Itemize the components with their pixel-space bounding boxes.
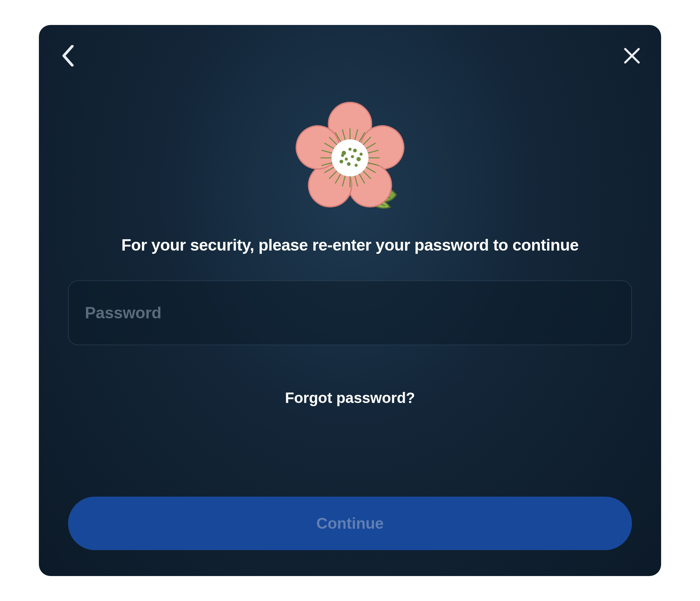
back-button[interactable] <box>58 46 78 66</box>
svg-point-31 <box>331 139 369 176</box>
close-button[interactable] <box>622 46 642 66</box>
continue-button[interactable]: Continue <box>68 497 632 550</box>
avatar-container <box>58 96 642 219</box>
close-icon <box>624 47 640 64</box>
top-bar <box>58 44 642 67</box>
svg-point-37 <box>351 155 354 158</box>
forgot-password-link[interactable]: Forgot password? <box>285 389 415 407</box>
chevron-left-icon <box>61 45 75 67</box>
svg-point-39 <box>354 164 358 167</box>
svg-point-38 <box>345 158 348 161</box>
svg-point-36 <box>340 160 343 163</box>
svg-point-34 <box>356 157 361 161</box>
password-confirm-dialog: For your security, please re-enter your … <box>39 25 661 576</box>
svg-point-40 <box>341 154 344 157</box>
avatar <box>289 96 411 219</box>
svg-point-42 <box>359 153 362 156</box>
flower-icon <box>289 96 411 219</box>
password-input[interactable] <box>68 281 632 345</box>
spacer <box>58 407 642 497</box>
svg-point-35 <box>347 162 351 166</box>
svg-point-41 <box>348 148 352 151</box>
svg-point-33 <box>353 149 357 152</box>
security-heading: For your security, please re-enter your … <box>68 236 632 255</box>
